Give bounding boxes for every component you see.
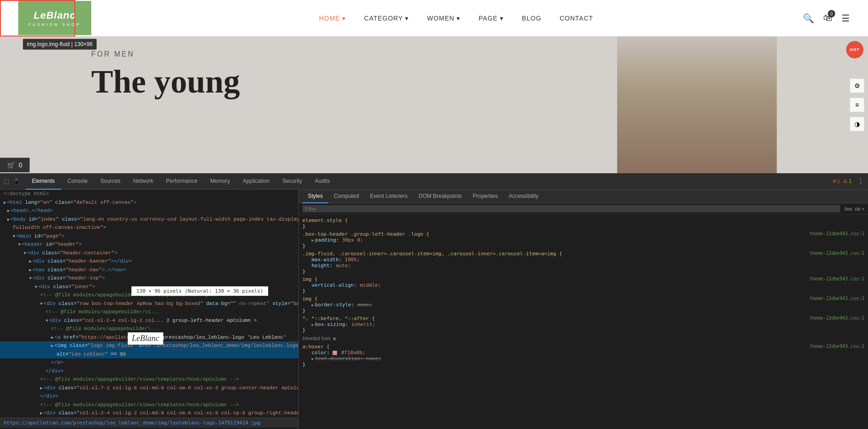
nav-item-page[interactable]: PAGE ▾	[478, 14, 504, 22]
html-comment-vi: <!-- @file modules/appagebuilder/vi...	[0, 308, 298, 316]
styles-filter-bar: :hov .cls +	[299, 203, 868, 215]
nav-item-women[interactable]: WOMEN ▾	[427, 14, 460, 22]
devtools-right-controls: ⊗ 1 ⚠ 1 ⋮	[832, 177, 864, 186]
leblanc-logo-preview: LeBlanc	[128, 332, 163, 345]
css-rule-img-border: img { theme-12dbe943.css:1 ▶border-style…	[299, 295, 868, 315]
css-rule-element-style: element.style { }	[299, 217, 868, 230]
html-header-banner[interactable]: ▶<div class="header-banner"></div>	[0, 257, 298, 266]
gear-icon[interactable]: ⚙	[850, 78, 864, 93]
logo[interactable]: LeBlanc FASHION SHOP	[18, 1, 91, 35]
devtools-tab-console[interactable]: Console	[61, 173, 94, 190]
nav-link-page[interactable]: PAGE ▾	[478, 15, 504, 22]
nav-item-category[interactable]: CATEGORY ▾	[364, 14, 409, 22]
styles-tab-accessibility[interactable]: Accessibility	[503, 190, 544, 203]
hero-subtitle: FOR MEN	[91, 50, 240, 58]
html-img-alt[interactable]: alt="Leo Leblanc" == $0	[0, 350, 298, 359]
html-col-center[interactable]: ▶<div class="col-xl-7-2 col-lg-8 col-md-…	[0, 384, 298, 393]
element-size-tooltip: 130 × 96 pixels (Natural: 130 × 36 pixel…	[131, 286, 268, 296]
logo-tooltip: img.logo.img-fluid | 130×96	[23, 39, 97, 50]
styles-tab-dom-breakpoints[interactable]: DOM Breakpoints	[413, 190, 468, 203]
nav-link-category[interactable]: CATEGORY ▾	[364, 15, 409, 22]
nav-link-home[interactable]: HOME ▾	[319, 15, 346, 22]
devtools-tab-audits[interactable]: Audits	[308, 173, 336, 190]
error-count-badge: ⊗ 1	[832, 178, 840, 184]
warn-count-badge: ⚠ 1	[843, 178, 852, 184]
top-navigation: LeBlanc FASHION SHOP HOME ▾ CATEGORY ▾ W…	[0, 0, 868, 36]
styles-tab-event-listeners[interactable]: Event Listeners	[364, 190, 413, 203]
devtools-url-bar: https://apollotran.com/prestashop/leo_le…	[0, 418, 298, 428]
html-main[interactable]: ▼<main id="page">	[0, 232, 298, 241]
devtools-more-icon[interactable]: ⋮	[857, 177, 864, 186]
html-header-top[interactable]: ▼<div class="header-top">	[0, 274, 298, 283]
devtools-tab-performance[interactable]: Performance	[160, 173, 204, 190]
devtools-tab-network[interactable]: Network	[127, 173, 160, 190]
color-swatch-f18a8b	[333, 351, 337, 355]
menu-icon[interactable]: ☰	[842, 13, 850, 24]
hero-title: The young	[91, 63, 240, 101]
sliders-icon[interactable]: ≡	[850, 98, 864, 112]
nav-item-home[interactable]: HOME ▾	[319, 14, 346, 22]
nav-item-blog[interactable]: BLOG	[522, 14, 541, 22]
styles-tab-computed[interactable]: Computed	[328, 190, 364, 203]
cart-count: 0	[19, 161, 22, 169]
cart-badge: 0	[828, 10, 835, 17]
styles-content: element.style { } .box-top-header .group…	[299, 215, 868, 429]
devtools-panel: ⬚ 📱 Elements Console Sources Network Per…	[0, 173, 868, 429]
styles-tabs: Styles Computed Event Listeners DOM Brea…	[299, 190, 868, 203]
devtools-tab-application[interactable]: Application	[236, 173, 276, 190]
html-body[interactable]: ▶<body id="index" class="lang-en country…	[0, 215, 298, 224]
css-rule-a-hover: a:hover { theme-12dbe943.css:1 color: #f…	[299, 343, 868, 368]
styles-filter-input[interactable]	[302, 205, 840, 212]
html-div-close-8[interactable]: </div>	[0, 367, 298, 376]
html-leblanc-container: ▶<a href="https://apollotran.com/p...pre…	[0, 333, 298, 342]
css-rule-box-top-header: .box-top-header .group-left-header .logo…	[299, 230, 868, 250]
man-face-graphic	[617, 36, 777, 173]
nav-icons: 🔍 🛍 0 ☰	[803, 13, 850, 24]
css-rule-img-vertical: img { theme-12dbe943.css:1 vertical-alig…	[299, 275, 868, 295]
css-rule-img-fluid: .img-fluid, .carousel-inner>.carousel-it…	[299, 250, 868, 275]
html-head[interactable]: ▶<head>…</head>	[0, 207, 298, 215]
nav-item-contact[interactable]: CONTACT	[560, 14, 593, 22]
styles-filter-pseudo[interactable]: :hov .cls +	[844, 207, 864, 212]
devtools-device-icon[interactable]: 📱	[13, 178, 20, 185]
html-col-right[interactable]: ▶<div class="col-xl-2-4 col-lg-2 col-md-…	[0, 409, 298, 418]
logo-text: LeBlanc	[34, 10, 76, 21]
cart-bar: 🛒 0	[0, 158, 30, 172]
devtools-toolbar: ⬚ 📱 Elements Console Sources Network Per…	[0, 173, 868, 190]
hot-badge: HOT	[846, 41, 863, 58]
hero-content: FOR MEN The young	[91, 50, 240, 101]
logo-subtext: FASHION SHOP	[28, 22, 81, 27]
html-body-continued: fullwidth off-canvas-inactive">	[0, 223, 298, 232]
html-a-close[interactable]: </a>	[0, 358, 298, 367]
devtools-inspect-icon[interactable]: ⬚	[4, 178, 9, 185]
styles-tab-properties[interactable]: Properties	[467, 190, 503, 203]
devtools-content: <!doctype html> ▶<html lang="en" class="…	[0, 190, 868, 429]
html-row-div[interactable]: ▼<div class="row box-top-header ApRow ha…	[0, 300, 298, 308]
html-col-div[interactable]: ▼<div class="col-xl-2-4 col-lg-2 col... …	[0, 316, 298, 325]
right-side-icons: ⚙ ≡ ◑	[850, 78, 864, 131]
elements-panel: <!doctype html> ▶<html lang="en" class="…	[0, 190, 299, 429]
nav-link-blog[interactable]: BLOG	[522, 15, 541, 22]
html-comment-apcolumn2: <!-- @file modules/appagebuilder/views/t…	[0, 401, 298, 409]
search-icon[interactable]: 🔍	[803, 13, 814, 24]
styles-tab-styles[interactable]: Styles	[302, 190, 328, 203]
html-div-close-center[interactable]: </div>	[0, 392, 298, 401]
css-inherited-label: Inherited from a	[299, 334, 868, 343]
devtools-tab-memory[interactable]: Memory	[204, 173, 236, 190]
html-comment-apcolumn: <!-- @file modules/appagebuilder/views/t…	[0, 375, 298, 384]
html-nav[interactable]: ▶<nav class="header-nav">…</nav>	[0, 266, 298, 274]
html-header-container[interactable]: ▼<div class="header-container">	[0, 249, 298, 258]
devtools-tab-sources[interactable]: Sources	[94, 173, 127, 190]
contrast-icon[interactable]: ◑	[850, 117, 864, 131]
cart-icon[interactable]: 🛍 0	[823, 13, 832, 23]
html-root[interactable]: ▶<html lang="en" class="default off-canv…	[0, 198, 298, 207]
nav-link-women[interactable]: WOMEN ▾	[427, 15, 460, 22]
nav-link-contact[interactable]: CONTACT	[560, 15, 593, 22]
devtools-tab-elements[interactable]: Elements	[26, 173, 61, 190]
html-doctype[interactable]: <!doctype html>	[0, 190, 298, 198]
devtools-tab-security[interactable]: Security	[276, 173, 308, 190]
css-rule-box-sizing: *, *::before, *::after { theme-12dbe943.…	[299, 315, 868, 334]
html-header-open[interactable]: ▼<header id="header">	[0, 240, 298, 249]
nav-links: HOME ▾ CATEGORY ▾ WOMEN ▾ PAGE ▾ BLOG CO…	[109, 14, 803, 22]
hero-section: FOR MEN The young HOT ⚙ ≡ ◑	[0, 36, 868, 173]
